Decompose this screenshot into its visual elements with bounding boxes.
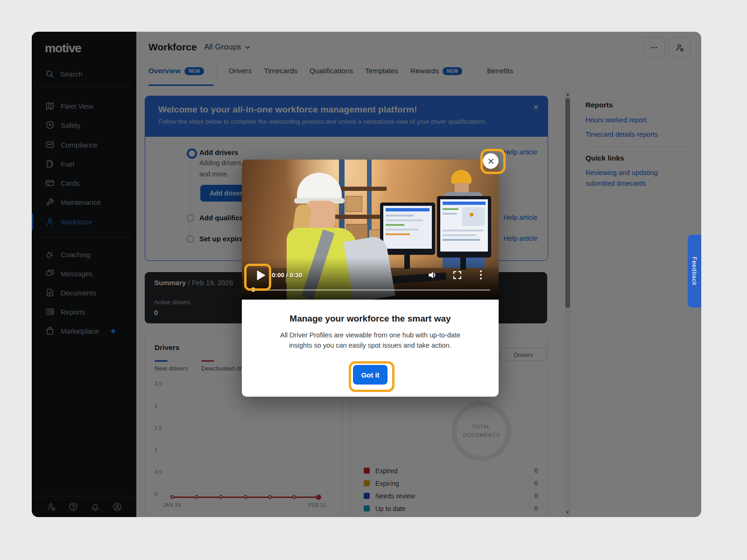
- fullscreen-icon[interactable]: [453, 271, 462, 280]
- scene-shelf-beam: [331, 215, 387, 219]
- scene-screen-line: [443, 208, 458, 210]
- app-window: motive Search Fleet View Safety Complian…: [32, 32, 701, 517]
- scene-screen-bar: [443, 202, 486, 205]
- scene-screen-bar: [386, 208, 430, 211]
- scene-screen-line: [443, 234, 476, 236]
- video-player[interactable]: 0:00 / 0:30: [242, 160, 499, 300]
- scene-worker-head: [455, 183, 469, 193]
- modal-body-line2: insights so you can easily spot issues a…: [289, 342, 451, 349]
- modal-close-button[interactable]: [483, 153, 499, 169]
- close-icon: [488, 158, 494, 164]
- modal-title: Manage your workforce the smart way: [242, 314, 499, 324]
- scene-screen-map: [462, 207, 485, 226]
- scene-monitor-left-screen: [383, 206, 432, 249]
- scene-box: [345, 196, 362, 212]
- scene-screen-line: [386, 219, 423, 221]
- scene-screen-line: [443, 213, 457, 215]
- kebab-menu-icon[interactable]: [477, 270, 485, 280]
- scene-screen-line: [386, 224, 404, 226]
- scene-screen-line: [443, 239, 480, 241]
- scene-screen-line: [386, 233, 410, 235]
- feedback-label: Feedback: [691, 257, 698, 286]
- feedback-tab[interactable]: Feedback: [688, 235, 701, 308]
- video-time: 0:00 / 0:30: [272, 272, 302, 279]
- scene-screen-line: [386, 229, 418, 231]
- onboarding-video-modal: 0:00 / 0:30 Manage your workforce the sm…: [242, 160, 499, 397]
- play-icon[interactable]: [256, 270, 266, 281]
- scene-map-pin: [470, 213, 473, 217]
- got-it-button[interactable]: Got it: [353, 365, 388, 385]
- volume-icon[interactable]: [428, 270, 437, 280]
- video-progress-handle[interactable]: [251, 287, 255, 292]
- scene-screen-line: [443, 230, 484, 231]
- scene-screen-line: [386, 215, 414, 217]
- modal-body: All Driver Profiles are viewable from on…: [263, 330, 478, 350]
- modal-body-line1: All Driver Profiles are viewable from on…: [280, 331, 460, 339]
- video-progress-bar[interactable]: [250, 289, 490, 291]
